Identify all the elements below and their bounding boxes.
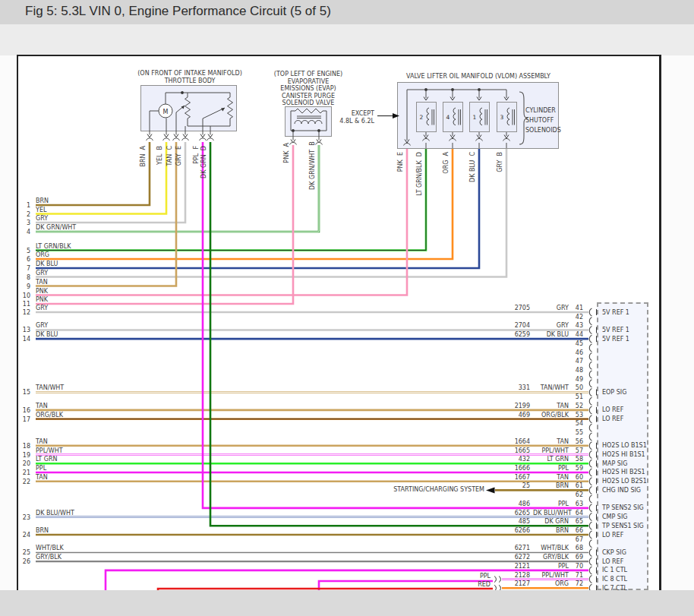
frame-top-border: [17, 55, 661, 56]
solenoid-box-4: [443, 102, 463, 132]
solenoid-box-3: [497, 102, 517, 132]
evap-solenoid-box: [285, 106, 332, 137]
figure-title: Fig 5: 5.3L VIN 0, Engine Performance Ci…: [25, 4, 331, 19]
solenoid-box-1: [469, 102, 490, 132]
frame-left-border: [17, 55, 18, 590]
throttle-body-box: [140, 85, 237, 131]
bottom-crop-band: [0, 590, 694, 616]
ecm-connector-box: [597, 302, 648, 590]
figure-title-bar: Fig 5: 5.3L VIN 0, Engine Performance Ci…: [0, 0, 694, 24]
wiring-diagram-page: Fig 5: 5.3L VIN 0, Engine Performance Ci…: [0, 0, 694, 616]
page-margin: [0, 24, 694, 55]
frame-right-border: [659, 55, 661, 590]
solenoid-box-2: [416, 102, 437, 132]
diagram-background: [17, 56, 659, 590]
